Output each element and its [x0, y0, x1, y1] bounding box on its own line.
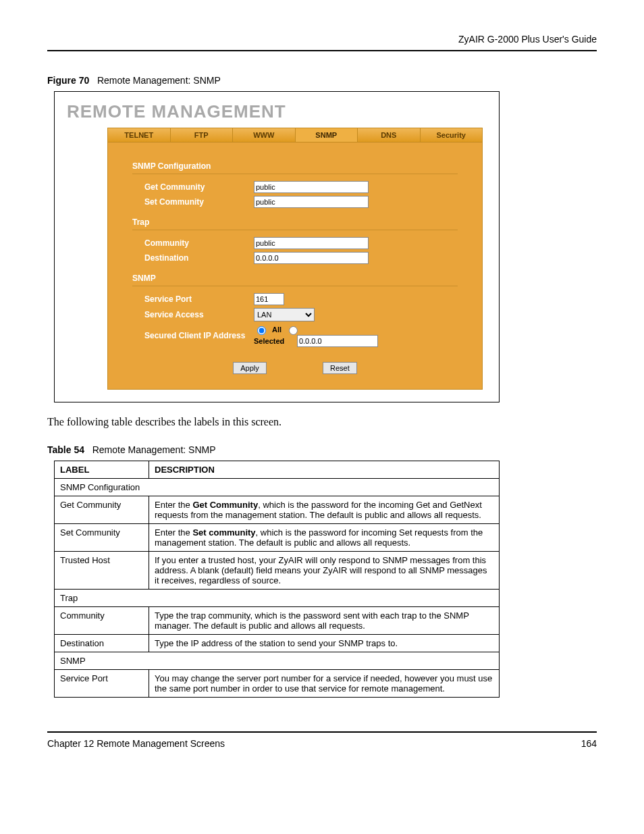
table-caption: Table 54 Remote Management: SNMP — [47, 444, 597, 455]
input-set-community[interactable] — [254, 196, 369, 208]
th-label: LABEL — [55, 461, 149, 479]
tab-dns[interactable]: DNS — [358, 128, 421, 142]
table-row: Set CommunityEnter the Set community, wh… — [55, 524, 500, 552]
screenshot-panel: REMOTE MANAGEMENT TELNET FTP WWW SNMP DN… — [54, 91, 500, 402]
select-service-access[interactable]: LAN — [254, 308, 315, 321]
label-set-community: Set Community — [132, 197, 254, 207]
figure-label: Figure 70 — [47, 75, 89, 86]
table-desc-cell: Type the IP address of the station to se… — [149, 635, 500, 652]
label-service-access: Service Access — [132, 310, 254, 319]
table-label-cell: Set Community — [55, 524, 149, 552]
radio-all-label: All — [272, 325, 281, 334]
tab-security[interactable]: Security — [421, 128, 483, 142]
table-label-cell: Get Community — [55, 496, 149, 524]
table-section-cell: Trap — [55, 590, 500, 607]
table-section-cell: SNMP Configuration — [55, 479, 500, 496]
label-trap-destination: Destination — [132, 253, 254, 263]
tab-www[interactable]: WWW — [233, 128, 296, 142]
input-trap-community[interactable] — [254, 237, 369, 249]
radio-selected-label: Selected — [254, 337, 284, 345]
label-service-port: Service Port — [132, 294, 254, 304]
section-trap: Trap — [132, 217, 458, 230]
table-row: Service PortYou may change the server po… — [55, 670, 500, 698]
body-paragraph: The following table describes the labels… — [47, 416, 597, 428]
tab-snmp[interactable]: SNMP — [296, 128, 358, 142]
table-row: CommunityType the trap community, which … — [55, 607, 500, 635]
table-label-cell: Destination — [55, 635, 149, 652]
input-service-port[interactable] — [254, 293, 284, 305]
label-trap-community: Community — [132, 238, 254, 248]
input-trap-destination[interactable] — [254, 252, 369, 264]
table-title: Remote Management: SNMP — [92, 444, 216, 455]
table-label: Table 54 — [47, 444, 84, 455]
page-title: REMOTE MANAGEMENT — [67, 101, 487, 122]
footer-page: 164 — [581, 738, 597, 749]
document-header: ZyAIR G-2000 Plus User's Guide — [47, 34, 597, 51]
radio-selected[interactable] — [289, 326, 298, 335]
page-footer: Chapter 12 Remote Management Screens 164 — [47, 731, 597, 749]
form-panel: SNMP Configuration Get Community Set Com… — [107, 142, 483, 390]
table-section-cell: SNMP — [55, 652, 500, 670]
table-row: DestinationType the IP address of the st… — [55, 635, 500, 652]
table-desc-cell: You may change the server port number fo… — [149, 670, 500, 698]
section-snmp-config: SNMP Configuration — [132, 161, 458, 174]
label-secured-ip: Secured Client IP Address — [132, 331, 254, 340]
tab-telnet[interactable]: TELNET — [108, 128, 171, 142]
label-get-community: Get Community — [132, 182, 254, 192]
th-description: DESCRIPTION — [149, 461, 500, 479]
radio-all[interactable] — [257, 326, 266, 335]
section-snmp: SNMP — [132, 273, 458, 286]
table-row: SNMP Configuration — [55, 479, 500, 496]
table-desc-cell: Type the trap community, which is the pa… — [149, 607, 500, 635]
tab-bar: TELNET FTP WWW SNMP DNS Security — [107, 128, 483, 142]
table-desc-cell: Enter the Get Community, which is the pa… — [149, 496, 500, 524]
table-label-cell: Community — [55, 607, 149, 635]
table-row: SNMP — [55, 652, 500, 670]
figure-title: Remote Management: SNMP — [97, 75, 221, 86]
input-get-community[interactable] — [254, 181, 369, 193]
table-row: Trusted HostIf you enter a trusted host,… — [55, 552, 500, 590]
table-desc-cell: Enter the Set community, which is the pa… — [149, 524, 500, 552]
tab-ftp[interactable]: FTP — [171, 128, 234, 142]
table-label-cell: Service Port — [55, 670, 149, 698]
table-desc-cell: If you enter a trusted host, your ZyAIR … — [149, 552, 500, 590]
description-table: LABEL DESCRIPTION SNMP ConfigurationGet … — [54, 461, 500, 698]
reset-button[interactable]: Reset — [323, 362, 357, 374]
figure-caption: Figure 70 Remote Management: SNMP — [47, 75, 597, 86]
input-selected-ip[interactable] — [297, 335, 378, 347]
footer-chapter: Chapter 12 Remote Management Screens — [47, 738, 225, 749]
table-row: Trap — [55, 590, 500, 607]
apply-button[interactable]: Apply — [233, 362, 267, 374]
table-row: Get CommunityEnter the Get Community, wh… — [55, 496, 500, 524]
table-label-cell: Trusted Host — [55, 552, 149, 590]
